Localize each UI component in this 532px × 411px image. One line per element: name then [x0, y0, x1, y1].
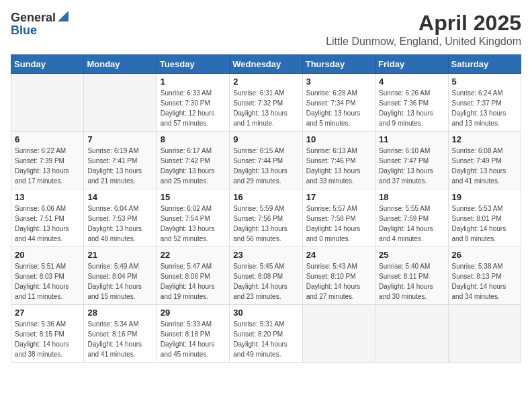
logo: General Blue [11, 11, 69, 37]
day-number: 21 [87, 250, 152, 260]
day-info: Sunrise: 5:31 AMSunset: 8:20 PMDaylight:… [233, 319, 298, 359]
day-number: 5 [452, 77, 517, 87]
logo-general-text: General [11, 11, 56, 24]
calendar-cell: 29Sunrise: 5:33 AMSunset: 8:18 PMDayligh… [157, 305, 229, 363]
calendar-cell: 20Sunrise: 5:51 AMSunset: 8:03 PMDayligh… [11, 247, 84, 305]
day-number: 30 [233, 308, 298, 318]
day-info: Sunrise: 6:13 AMSunset: 7:46 PMDaylight:… [306, 146, 371, 186]
day-number: 2 [233, 77, 298, 87]
calendar-cell: 17Sunrise: 5:57 AMSunset: 7:58 PMDayligh… [302, 189, 375, 247]
header: General Blue April 2025 Little Dunmow, E… [11, 11, 521, 48]
calendar-week-row: 1Sunrise: 6:33 AMSunset: 7:30 PMDaylight… [11, 74, 521, 132]
day-number: 10 [306, 134, 371, 144]
day-info: Sunrise: 6:02 AMSunset: 7:54 PMDaylight:… [161, 203, 226, 244]
calendar-cell: 28Sunrise: 5:34 AMSunset: 8:16 PMDayligh… [84, 305, 157, 363]
day-info: Sunrise: 5:43 AMSunset: 8:10 PMDaylight:… [306, 261, 371, 302]
day-number: 22 [161, 250, 226, 260]
day-number: 27 [15, 308, 80, 318]
weekday-header-friday: Friday [375, 55, 448, 74]
day-info: Sunrise: 5:45 AMSunset: 8:08 PMDaylight:… [233, 261, 298, 302]
calendar-cell: 7Sunrise: 6:19 AMSunset: 7:41 PMDaylight… [84, 132, 157, 189]
day-info: Sunrise: 6:24 AMSunset: 7:37 PMDaylight:… [452, 88, 517, 128]
day-info: Sunrise: 5:47 AMSunset: 8:06 PMDaylight:… [161, 261, 226, 302]
day-info: Sunrise: 5:57 AMSunset: 7:58 PMDaylight:… [306, 203, 371, 244]
day-number: 6 [15, 134, 80, 144]
calendar-cell: 11Sunrise: 6:10 AMSunset: 7:47 PMDayligh… [375, 132, 448, 189]
day-info: Sunrise: 5:36 AMSunset: 8:15 PMDaylight:… [15, 319, 80, 359]
day-info: Sunrise: 5:38 AMSunset: 8:13 PMDaylight:… [452, 261, 517, 302]
day-info: Sunrise: 6:17 AMSunset: 7:42 PMDaylight:… [161, 146, 226, 186]
day-info: Sunrise: 6:15 AMSunset: 7:44 PMDaylight:… [233, 146, 298, 186]
day-number: 24 [306, 250, 371, 260]
day-number: 23 [233, 250, 298, 260]
day-number: 12 [452, 134, 517, 144]
day-number: 26 [452, 250, 517, 260]
calendar-cell: 27Sunrise: 5:36 AMSunset: 8:15 PMDayligh… [11, 305, 84, 363]
calendar-week-row: 6Sunrise: 6:22 AMSunset: 7:39 PMDaylight… [11, 132, 521, 189]
day-number: 25 [379, 250, 444, 260]
day-info: Sunrise: 6:31 AMSunset: 7:32 PMDaylight:… [233, 88, 298, 128]
calendar-body: 1Sunrise: 6:33 AMSunset: 7:30 PMDaylight… [11, 74, 521, 363]
day-number: 4 [379, 77, 444, 87]
calendar-cell: 18Sunrise: 5:55 AMSunset: 7:59 PMDayligh… [375, 189, 448, 247]
calendar-cell: 9Sunrise: 6:15 AMSunset: 7:44 PMDaylight… [230, 132, 302, 189]
day-info: Sunrise: 6:28 AMSunset: 7:34 PMDaylight:… [306, 88, 371, 128]
calendar-cell [11, 74, 84, 132]
calendar-cell: 23Sunrise: 5:45 AMSunset: 8:08 PMDayligh… [230, 247, 302, 305]
day-info: Sunrise: 6:26 AMSunset: 7:36 PMDaylight:… [379, 88, 444, 128]
day-number: 3 [306, 77, 371, 87]
day-info: Sunrise: 6:10 AMSunset: 7:47 PMDaylight:… [379, 146, 444, 186]
weekday-header-saturday: Saturday [448, 55, 521, 74]
calendar-cell: 12Sunrise: 6:08 AMSunset: 7:49 PMDayligh… [448, 132, 521, 189]
day-number: 20 [15, 250, 80, 260]
day-number: 7 [87, 134, 152, 144]
day-number: 14 [87, 192, 152, 202]
calendar-table: SundayMondayTuesdayWednesdayThursdayFrid… [11, 54, 521, 363]
day-number: 13 [15, 192, 80, 202]
calendar-cell: 15Sunrise: 6:02 AMSunset: 7:54 PMDayligh… [157, 189, 229, 247]
calendar-cell: 1Sunrise: 6:33 AMSunset: 7:30 PMDaylight… [157, 74, 229, 132]
day-info: Sunrise: 6:08 AMSunset: 7:49 PMDaylight:… [452, 146, 517, 186]
weekday-header-wednesday: Wednesday [230, 55, 302, 74]
day-info: Sunrise: 5:55 AMSunset: 7:59 PMDaylight:… [379, 203, 444, 244]
day-info: Sunrise: 6:06 AMSunset: 7:51 PMDaylight:… [15, 203, 80, 244]
day-number: 1 [161, 77, 226, 87]
calendar-cell: 24Sunrise: 5:43 AMSunset: 8:10 PMDayligh… [302, 247, 375, 305]
calendar-cell: 26Sunrise: 5:38 AMSunset: 8:13 PMDayligh… [448, 247, 521, 305]
calendar-week-row: 20Sunrise: 5:51 AMSunset: 8:03 PMDayligh… [11, 247, 521, 305]
day-number: 29 [161, 308, 226, 318]
day-number: 8 [161, 134, 226, 144]
day-info: Sunrise: 6:04 AMSunset: 7:53 PMDaylight:… [87, 203, 152, 244]
month-year-title: April 2025 [326, 11, 521, 36]
calendar-cell: 6Sunrise: 6:22 AMSunset: 7:39 PMDaylight… [11, 132, 84, 189]
day-info: Sunrise: 6:22 AMSunset: 7:39 PMDaylight:… [15, 146, 80, 186]
day-number: 9 [233, 134, 298, 144]
calendar-cell: 30Sunrise: 5:31 AMSunset: 8:20 PMDayligh… [230, 305, 302, 363]
weekday-header-thursday: Thursday [302, 55, 375, 74]
calendar-cell: 16Sunrise: 5:59 AMSunset: 7:56 PMDayligh… [230, 189, 302, 247]
logo-blue-text: Blue [11, 24, 37, 37]
calendar-cell: 25Sunrise: 5:40 AMSunset: 8:11 PMDayligh… [375, 247, 448, 305]
logo-icon [58, 11, 69, 21]
day-number: 17 [306, 192, 371, 202]
calendar-cell: 13Sunrise: 6:06 AMSunset: 7:51 PMDayligh… [11, 189, 84, 247]
day-info: Sunrise: 6:19 AMSunset: 7:41 PMDaylight:… [87, 146, 152, 186]
calendar-cell: 21Sunrise: 5:49 AMSunset: 8:04 PMDayligh… [84, 247, 157, 305]
weekday-header-tuesday: Tuesday [157, 55, 229, 74]
calendar-cell: 3Sunrise: 6:28 AMSunset: 7:34 PMDaylight… [302, 74, 375, 132]
day-info: Sunrise: 5:34 AMSunset: 8:16 PMDaylight:… [87, 319, 152, 359]
calendar-cell: 8Sunrise: 6:17 AMSunset: 7:42 PMDaylight… [157, 132, 229, 189]
calendar-cell [375, 305, 448, 363]
day-info: Sunrise: 5:53 AMSunset: 8:01 PMDaylight:… [452, 203, 517, 244]
weekday-header-monday: Monday [84, 55, 157, 74]
day-info: Sunrise: 5:40 AMSunset: 8:11 PMDaylight:… [379, 261, 444, 302]
day-number: 15 [161, 192, 226, 202]
day-number: 18 [379, 192, 444, 202]
svg-marker-0 [58, 11, 69, 21]
calendar-cell [448, 305, 521, 363]
calendar-cell: 14Sunrise: 6:04 AMSunset: 7:53 PMDayligh… [84, 189, 157, 247]
calendar-cell: 2Sunrise: 6:31 AMSunset: 7:32 PMDaylight… [230, 74, 302, 132]
calendar-cell [84, 74, 157, 132]
day-number: 16 [233, 192, 298, 202]
calendar-cell: 10Sunrise: 6:13 AMSunset: 7:46 PMDayligh… [302, 132, 375, 189]
